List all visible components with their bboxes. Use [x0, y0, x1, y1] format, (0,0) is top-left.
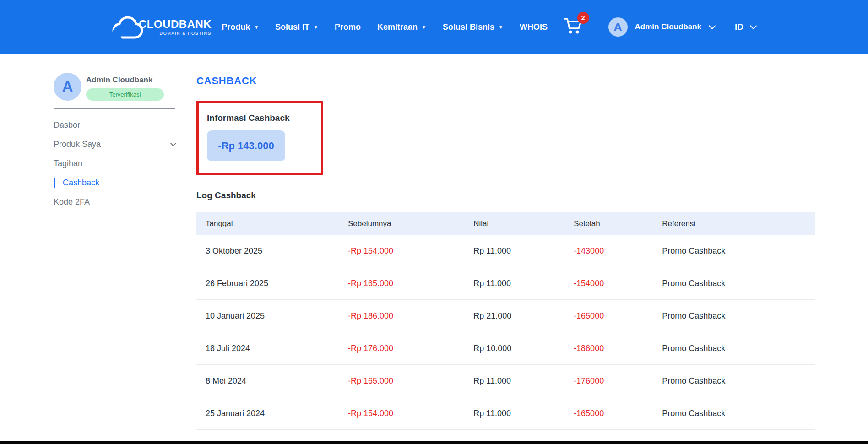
- cell-sebelumnya: -Rp 154.000: [348, 409, 473, 418]
- viewport-bottom-edge: [0, 441, 868, 444]
- cashback-balance-pill: -Rp 143.000: [207, 130, 285, 161]
- main-nav: Produk ▼ Solusi IT ▼ Promo Kemitraan ▼ S…: [222, 22, 548, 32]
- cell-nilai: Rp 11.000: [473, 376, 574, 386]
- cell-setelah: -165000: [574, 311, 662, 321]
- sidebar-avatar: A: [54, 73, 81, 101]
- cell-setelah: -186000: [574, 344, 662, 353]
- sidebar-profile: A Admin Cloudbank Terverifikasi: [54, 54, 175, 101]
- red-annotation-highlight-box: Informasi Cashback -Rp 143.000: [196, 101, 323, 175]
- nav-item-label: Solusi IT: [275, 22, 309, 32]
- cart-icon: [564, 28, 582, 36]
- cell-referensi: Promo Cashback: [662, 376, 815, 386]
- page-title: CASHBACK: [196, 75, 815, 87]
- sidebar-menu: Dasbor Produk Saya Tagihan Cashback Kode…: [54, 120, 175, 207]
- cell-nilai: Rp 11.000: [473, 246, 574, 256]
- cell-nilai: Rp 10.000: [473, 344, 574, 353]
- cell-setelah: -143000: [574, 246, 662, 256]
- cell-tanggal: 25 Januari 2024: [196, 409, 348, 418]
- user-menu-chevron-down-icon[interactable]: [709, 22, 716, 29]
- cart-count-badge: 2: [577, 12, 589, 24]
- main-content: CASHBACK Informasi Cashback -Rp 143.000 …: [196, 54, 815, 444]
- sidebar-menu-item[interactable]: Dasbor: [54, 120, 175, 130]
- column-header-nilai: Nilai: [473, 219, 574, 228]
- column-header-referensi: Referensi: [662, 219, 815, 228]
- cell-referensi: Promo Cashback: [662, 311, 815, 321]
- cell-setelah: -165000: [574, 409, 662, 418]
- table-row: 26 Februari 2025 -Rp 165.000 Rp 11.000 -…: [196, 267, 815, 300]
- cashback-balance-amount: -Rp 143.000: [218, 140, 274, 152]
- log-cashback-title: Log Cashback: [196, 190, 815, 200]
- dropdown-triangle-icon: ▼: [314, 25, 318, 30]
- sidebar-menu-item-label: Cashback: [63, 178, 99, 188]
- cell-sebelumnya: -Rp 154.000: [348, 246, 473, 256]
- cashback-log-table: Tanggal Sebelumnya Nilai Setelah Referen…: [196, 212, 815, 444]
- nav-item[interactable]: Kemitraan ▼: [377, 22, 426, 32]
- cell-sebelumnya: -Rp 186.000: [348, 311, 473, 321]
- sidebar: A Admin Cloudbank Terverifikasi Dasbor P…: [54, 54, 175, 217]
- sidebar-menu-item-label: Produk Saya: [54, 140, 101, 149]
- table-header-row: Tanggal Sebelumnya Nilai Setelah Referen…: [196, 212, 815, 235]
- brand-tagline: DOMAIN & HOSTING: [160, 32, 212, 36]
- nav-item-label: Promo: [335, 22, 361, 32]
- sidebar-menu-item[interactable]: Tagihan: [54, 159, 175, 168]
- sidebar-menu-item-label: Dasbor: [54, 120, 80, 130]
- column-header-sebelumnya: Sebelumnya: [348, 219, 473, 228]
- cell-nilai: Rp 11.000: [473, 279, 574, 288]
- nav-item-label: Kemitraan: [377, 22, 418, 32]
- table-row: 25 Januari 2024 -Rp 154.000 Rp 11.000 -1…: [196, 397, 815, 430]
- nav-item-label: Solusi Bisnis: [443, 22, 494, 32]
- language-selector[interactable]: ID: [735, 22, 743, 32]
- column-header-tanggal: Tanggal: [196, 219, 348, 228]
- dropdown-triangle-icon: ▼: [254, 25, 259, 30]
- brand-logo[interactable]: CLOUDBANK DOMAIN & HOSTING: [111, 13, 212, 41]
- cell-nilai: Rp 11.000: [473, 409, 574, 418]
- sidebar-menu-item[interactable]: Produk Saya: [54, 140, 175, 149]
- chevron-down-icon: [170, 141, 176, 146]
- sidebar-user-name: Admin Cloudbank: [86, 76, 164, 85]
- cell-referensi: Promo Cashback: [662, 279, 815, 288]
- sidebar-menu-item[interactable]: Kode 2FA: [54, 197, 175, 207]
- cell-sebelumnya: -Rp 165.000: [348, 376, 473, 386]
- dropdown-triangle-icon: ▼: [499, 25, 503, 30]
- sidebar-divider: [54, 108, 175, 109]
- nav-item[interactable]: Solusi Bisnis ▼: [443, 22, 503, 32]
- table-row: 8 Mei 2024 -Rp 165.000 Rp 11.000 -176000…: [196, 365, 815, 397]
- column-header-setelah: Setelah: [574, 219, 662, 228]
- cell-referensi: Promo Cashback: [662, 246, 815, 256]
- cell-setelah: -154000: [574, 279, 662, 288]
- verified-status-badge: Terverifikasi: [86, 88, 164, 101]
- cell-setelah: -176000: [574, 376, 662, 386]
- nav-item[interactable]: WHOIS: [520, 22, 548, 32]
- sidebar-menu-item[interactable]: Cashback: [54, 178, 175, 188]
- nav-item[interactable]: Solusi IT ▼: [275, 22, 318, 32]
- language-chevron-down-icon[interactable]: [750, 22, 757, 29]
- cell-tanggal: 10 Januari 2025: [196, 311, 348, 321]
- header-avatar[interactable]: A: [608, 17, 628, 37]
- cell-tanggal: 26 Februari 2025: [196, 279, 348, 288]
- cart-button[interactable]: 2: [564, 17, 582, 37]
- nav-item-label: WHOIS: [520, 22, 548, 32]
- nav-item[interactable]: Produk ▼: [222, 22, 259, 32]
- cell-nilai: Rp 21.000: [473, 311, 574, 321]
- table-row: 18 Juli 2024 -Rp 176.000 Rp 10.000 -1860…: [196, 332, 815, 365]
- table-row: 10 Januari 2025 -Rp 186.000 Rp 21.000 -1…: [196, 300, 815, 332]
- cell-referensi: Promo Cashback: [662, 409, 815, 418]
- sidebar-menu-item-label: Tagihan: [54, 159, 82, 168]
- dropdown-triangle-icon: ▼: [422, 25, 426, 30]
- header-user-name[interactable]: Admin Cloudbank: [635, 22, 701, 32]
- cashback-info-title: Informasi Cashback: [207, 113, 311, 123]
- cell-tanggal: 18 Juli 2024: [196, 344, 348, 353]
- cell-tanggal: 3 Oktober 2025: [196, 246, 348, 256]
- cell-referensi: Promo Cashback: [662, 344, 815, 353]
- cell-tanggal: 8 Mei 2024: [196, 376, 348, 386]
- nav-item-label: Produk: [222, 22, 250, 32]
- top-navigation-bar: CLOUDBANK DOMAIN & HOSTING Produk ▼ Solu…: [0, 0, 868, 54]
- sidebar-menu-item-label: Kode 2FA: [54, 197, 90, 207]
- nav-item[interactable]: Promo: [335, 22, 361, 32]
- table-row: 3 Oktober 2025 -Rp 154.000 Rp 11.000 -14…: [196, 235, 815, 267]
- brand-name: CLOUDBANK: [139, 19, 212, 30]
- cell-sebelumnya: -Rp 176.000: [348, 344, 473, 353]
- header-right-group: 2 A Admin Cloudbank ID: [564, 17, 756, 37]
- cell-sebelumnya: -Rp 165.000: [348, 279, 473, 288]
